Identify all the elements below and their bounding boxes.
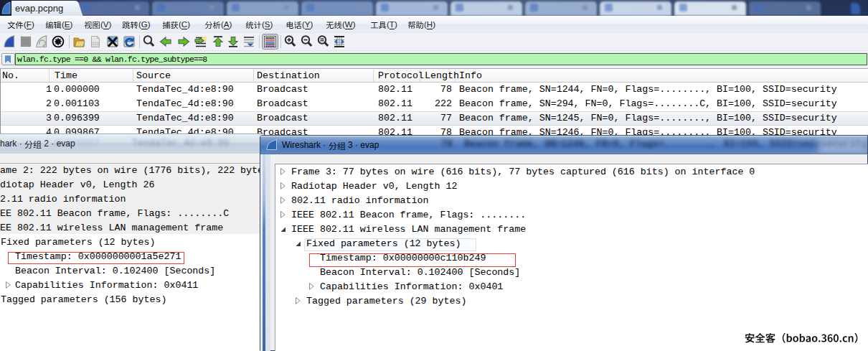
svg-text:010: 010 <box>93 42 99 46</box>
